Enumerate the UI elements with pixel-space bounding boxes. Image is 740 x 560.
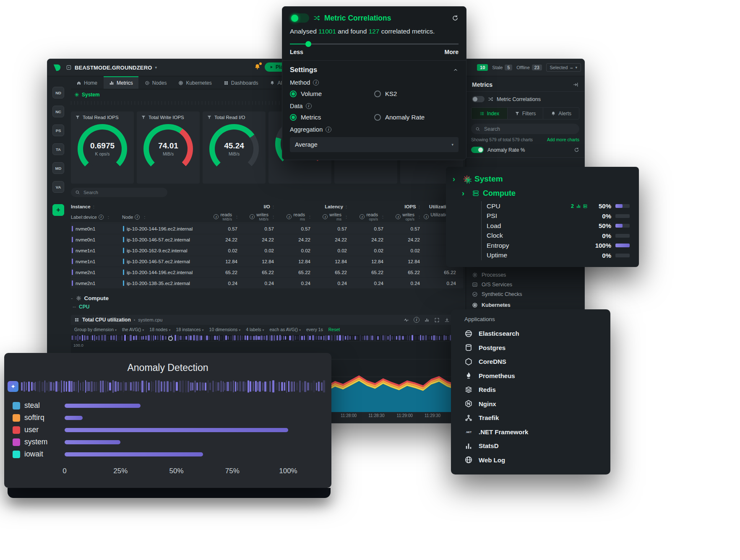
- metric-correlations-toggle[interactable]: [472, 96, 485, 102]
- table-group-iops[interactable]: IOPS:: [347, 204, 420, 209]
- data-option-anomaly-rate[interactable]: Anomaly Rate: [374, 114, 459, 121]
- add-node-button[interactable]: +: [52, 204, 64, 216]
- settings-header[interactable]: Settings: [290, 66, 459, 74]
- info-icon[interactable]: i: [99, 215, 104, 220]
- info-icon[interactable]: i: [214, 214, 219, 219]
- tab-nodes[interactable]: Nodes: [139, 76, 172, 89]
- node-rail-item-va[interactable]: VA: [52, 181, 64, 193]
- chart-toolbar-4-labels[interactable]: 4 labels▾: [246, 327, 264, 332]
- tree-row-cpu[interactable]: CPU 2 50%: [487, 201, 630, 211]
- sidebar-search[interactable]: [471, 124, 579, 134]
- table-row-nvme1n1[interactable]: nvme1n1 ip-10-200-162-9.ec2.internal 0.0…: [71, 245, 463, 256]
- refresh-icon[interactable]: [574, 147, 579, 153]
- chart-toolbar-the-avg[interactable]: the AVG()▾: [122, 327, 144, 332]
- sidebar-item-synthetic-checks[interactable]: Synthetic Checks: [472, 289, 578, 299]
- fullscreen-icon[interactable]: [434, 317, 440, 323]
- download-icon[interactable]: [444, 317, 450, 323]
- slider-knob[interactable]: [305, 41, 311, 47]
- application-item-coredns[interactable]: CoreDNS: [451, 355, 610, 369]
- info-icon[interactable]: i: [250, 214, 255, 219]
- sidebar-tab-alerts[interactable]: Alerts: [543, 108, 579, 119]
- live-nodes-badge[interactable]: 10: [477, 64, 488, 71]
- legend-row-user[interactable]: user: [13, 424, 331, 436]
- application-item-elasticsearch[interactable]: Elasticsearch: [451, 327, 610, 341]
- section-compute[interactable]: - Compute: [71, 295, 463, 301]
- node-rail-item-nd[interactable]: ND: [52, 87, 64, 99]
- info-icon[interactable]: i: [135, 215, 140, 220]
- chart-toolbar-group-by-dimension[interactable]: Group by dimension▾: [74, 327, 117, 332]
- node-selector[interactable]: BEASTMODE.GROUNDZERO ▾: [66, 65, 157, 71]
- tree-row-entropy[interactable]: Entropy 100%: [487, 241, 630, 251]
- tree-row-clock[interactable]: Clock 0%: [487, 231, 630, 241]
- tree-row-uptime[interactable]: Uptime 0%: [487, 251, 630, 261]
- table-row-nvme0n1[interactable]: nvme0n1 ip-10-200-146-57.ec2.internal 24…: [71, 234, 463, 245]
- aggregation-select[interactable]: Average ▾: [290, 137, 459, 152]
- tab-metrics[interactable]: Metrics: [104, 76, 138, 89]
- correlation-threshold-slider[interactable]: [290, 41, 459, 47]
- info-icon[interactable]: i: [287, 214, 292, 219]
- info-icon[interactable]: i: [323, 214, 328, 219]
- info-icon[interactable]: i: [306, 103, 312, 109]
- info-icon[interactable]: i: [396, 214, 401, 219]
- table-row-nvme2n1[interactable]: nvme2n1 ip-10-200-144-196.ec2.internal 6…: [71, 267, 463, 277]
- correlations-enable-toggle[interactable]: [290, 13, 309, 23]
- gauge-card-total-write-iops[interactable]: Total Write IOPS 74.01MiB/s: [137, 111, 200, 184]
- data-option-metrics[interactable]: Metrics: [290, 114, 374, 121]
- chart-toolbar-each-as-avg[interactable]: each as AVG()▾: [270, 327, 301, 332]
- legend-row-steal[interactable]: steal: [13, 399, 331, 412]
- column-writes-ops-s[interactable]: iwritesops/s:: [383, 213, 420, 221]
- sidebar-search-input[interactable]: [483, 126, 575, 132]
- table-row-nvme0n1[interactable]: nvme0n1 ip-10-200-144-196.ec2.internal 0…: [71, 223, 463, 234]
- tab-dashboards[interactable]: Dashboards: [218, 76, 264, 89]
- table-group-instance[interactable]: Instance:: [71, 204, 201, 209]
- legend-row-system[interactable]: system: [13, 436, 331, 448]
- sidebar-tab-filters[interactable]: Filters: [508, 108, 544, 119]
- collapse-sidebar-icon[interactable]: [573, 82, 578, 88]
- legend-row-softirq[interactable]: softirq: [13, 412, 331, 424]
- info-icon[interactable]: i: [326, 127, 331, 132]
- column-node[interactable]: Nodei:: [122, 215, 201, 220]
- method-option-ks2[interactable]: KS2: [374, 90, 459, 97]
- gauge-card-total-read-iops[interactable]: Total Read IOPS 0.6975K ops/s: [71, 111, 134, 184]
- info-icon[interactable]: i: [424, 214, 429, 219]
- chart-toolbar-18-instances[interactable]: 18 instances▾: [176, 327, 204, 332]
- legend-row-iowait[interactable]: iowait: [13, 448, 331, 460]
- application-item-net-framework[interactable]: .NET .NET Framework: [451, 425, 610, 439]
- sidebar-tab-index[interactable]: Index: [472, 108, 508, 119]
- table-search[interactable]: [71, 188, 167, 197]
- table-group-latency[interactable]: Latency:: [274, 204, 347, 209]
- anomaly-ribbon[interactable]: [71, 335, 463, 341]
- info-icon[interactable]: i: [360, 214, 365, 219]
- column-label-device[interactable]: Label:devicei:: [71, 215, 122, 220]
- sidebar-item-processes[interactable]: Processes: [472, 270, 578, 280]
- node-rail-item-md[interactable]: MD: [52, 162, 64, 174]
- application-item-nginx[interactable]: Nginx: [451, 397, 610, 411]
- anomalies-icon[interactable]: [404, 317, 409, 323]
- application-item-traefik[interactable]: Traefik: [451, 411, 610, 425]
- table-row-nvme1n1[interactable]: nvme1n1 ip-10-200-146-57.ec2.internal 12…: [71, 256, 463, 267]
- chart-toolbar-18-nodes[interactable]: 18 nodes▾: [149, 327, 170, 332]
- chart-toolbar-reset[interactable]: Reset: [328, 327, 340, 332]
- sidebar-item-kubernetes[interactable]: Kubernetes: [472, 300, 578, 310]
- column-writes-ms[interactable]: iwritesms:: [310, 213, 347, 221]
- anomaly-rate-toggle[interactable]: [471, 147, 484, 153]
- column-reads-ms[interactable]: ireadsms:: [274, 213, 310, 221]
- application-item-prometheus[interactable]: Prometheus: [451, 369, 610, 383]
- column-writes-mib-s[interactable]: iwritesMiB/s:: [237, 213, 274, 221]
- tab-kubernetes[interactable]: Kubernetes: [173, 76, 217, 89]
- table-row-nvme2n1[interactable]: nvme2n1 ip-10-200-138-35.ec2.internal 0.…: [71, 278, 463, 288]
- subsection-cpu[interactable]: -- CPU: [73, 304, 463, 310]
- column-reads-mib-s[interactable]: ireadsMiB/s:: [201, 213, 237, 221]
- column-reads-ops-s[interactable]: ireadsops/s:: [347, 213, 383, 221]
- tree-section-compute[interactable]: › Compute: [462, 187, 630, 200]
- tree-section-system[interactable]: › System: [453, 173, 630, 185]
- chart-toolbar-every-1s[interactable]: every 1s: [306, 327, 323, 332]
- chevron-up-icon[interactable]: [453, 67, 459, 73]
- tab-home[interactable]: Home: [71, 76, 103, 89]
- info-icon[interactable]: i: [313, 80, 319, 86]
- node-rail-item-nc[interactable]: NC: [52, 106, 64, 117]
- table-group-i-o[interactable]: I/O:: [201, 204, 274, 209]
- node-rail-item-ta[interactable]: TA: [52, 143, 64, 155]
- notifications-bell-icon[interactable]: [254, 63, 261, 70]
- node-rail-item-ps[interactable]: PS: [52, 124, 64, 136]
